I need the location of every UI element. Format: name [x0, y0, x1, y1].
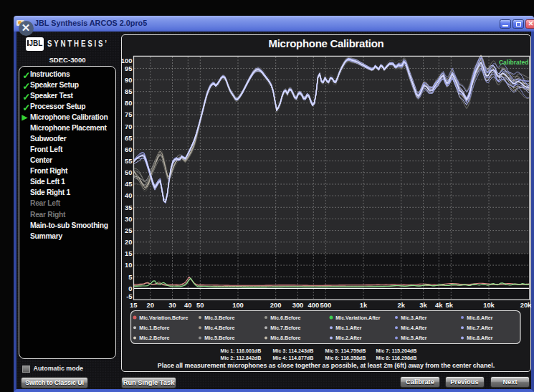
- svg-text:Mic 1: 116.001dB: Mic 1: 116.001dB: [221, 348, 262, 353]
- svg-text:55: 55: [125, 156, 132, 164]
- svg-text:Mic 8: 116.298dB: Mic 8: 116.298dB: [376, 355, 417, 361]
- svg-text:65: 65: [125, 133, 132, 141]
- svg-text:75: 75: [125, 110, 132, 118]
- svg-text:100: 100: [232, 301, 244, 309]
- svg-text:Mic.6.After: Mic.6.After: [467, 315, 493, 320]
- svg-text:Mic.6.Before: Mic.6.Before: [270, 315, 300, 320]
- svg-text:500: 500: [320, 301, 331, 309]
- svg-text:Mic.1.Before: Mic.1.Before: [139, 325, 169, 330]
- svg-text:20: 20: [125, 238, 132, 246]
- svg-text:80: 80: [125, 99, 132, 107]
- svg-text:95: 95: [125, 64, 132, 72]
- svg-text:Mic 3: 114.243dB: Mic 3: 114.243dB: [273, 348, 314, 353]
- svg-text:45: 45: [125, 180, 132, 188]
- svg-text:70: 70: [125, 122, 132, 130]
- svg-text:10: 10: [125, 261, 132, 269]
- svg-text:35: 35: [125, 203, 132, 211]
- svg-text:Mic.1.After: Mic.1.After: [335, 325, 362, 330]
- svg-text:25: 25: [125, 226, 132, 234]
- svg-text:85: 85: [125, 87, 132, 95]
- svg-text:30: 30: [125, 214, 132, 222]
- svg-text:Mic 7: 115.204dB: Mic 7: 115.204dB: [376, 348, 417, 353]
- svg-text:200: 200: [270, 301, 282, 309]
- svg-text:Mic.4.Before: Mic.4.Before: [204, 325, 234, 330]
- svg-text:Calibrated: Calibrated: [499, 58, 529, 65]
- svg-text:5: 5: [128, 272, 132, 280]
- svg-text:10k: 10k: [483, 301, 495, 309]
- svg-text:40: 40: [184, 301, 191, 309]
- svg-text:Mic.7.After: Mic.7.After: [467, 325, 493, 330]
- svg-text:4k: 4k: [435, 301, 443, 309]
- svg-text:20: 20: [146, 301, 153, 309]
- svg-text:40: 40: [125, 191, 132, 199]
- svg-text:50: 50: [125, 168, 132, 176]
- svg-text:Mic.3.Before: Mic.3.Before: [204, 315, 234, 320]
- svg-text:Mic 4: 114.877dB: Mic 4: 114.877dB: [273, 355, 314, 361]
- svg-text:100: 100: [121, 56, 133, 64]
- svg-text:15: 15: [125, 249, 132, 257]
- svg-text:Mic.5.Before: Mic.5.Before: [204, 335, 234, 341]
- svg-text:90: 90: [125, 75, 132, 83]
- svg-text:5k: 5k: [446, 301, 454, 309]
- svg-text:1k: 1k: [360, 301, 368, 309]
- svg-text:3k: 3k: [419, 301, 427, 309]
- svg-text:60: 60: [125, 145, 132, 153]
- svg-text:Mic.4.After: Mic.4.After: [401, 325, 427, 330]
- svg-text:15: 15: [130, 301, 137, 309]
- svg-text:400: 400: [307, 301, 319, 309]
- svg-text:Mic.3.After: Mic.3.After: [401, 315, 427, 320]
- svg-text:20k: 20k: [520, 301, 532, 309]
- svg-text:Mic.8.Before: Mic.8.Before: [270, 335, 300, 341]
- svg-text:0: 0: [128, 284, 132, 292]
- svg-text:300: 300: [292, 301, 304, 309]
- svg-text:Mic 5: 114.759dB: Mic 5: 114.759dB: [325, 348, 366, 353]
- svg-text:Mic.2.After: Mic.2.After: [335, 335, 362, 341]
- svg-text:Mic.Variation.After: Mic.Variation.After: [335, 315, 381, 320]
- svg-text:50: 50: [196, 301, 204, 309]
- svg-text:Mic 6: 116.358dB: Mic 6: 116.358dB: [325, 355, 366, 361]
- svg-text:-5: -5: [126, 292, 132, 300]
- svg-text:Mic.Variation.Before: Mic.Variation.Before: [139, 315, 188, 320]
- svg-text:Mic.8.After: Mic.8.After: [467, 335, 493, 341]
- svg-text:Mic 2: 112.842dB: Mic 2: 112.842dB: [221, 355, 262, 361]
- svg-text:30: 30: [168, 301, 176, 309]
- svg-text:2k: 2k: [397, 301, 405, 309]
- svg-text:Mic.7.Before: Mic.7.Before: [270, 325, 300, 330]
- svg-text:Mic.2.Before: Mic.2.Before: [139, 335, 169, 341]
- svg-text:Mic.5.After: Mic.5.After: [401, 335, 427, 341]
